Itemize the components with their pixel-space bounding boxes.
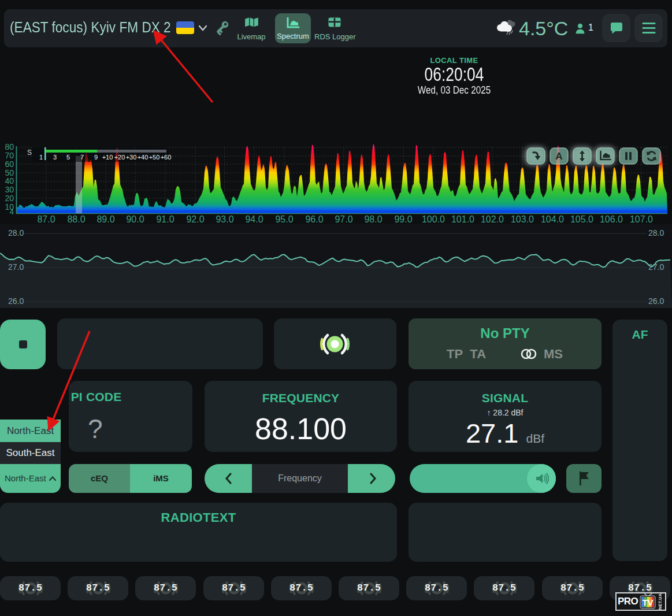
svg-text:+40: +40 bbox=[138, 154, 148, 161]
svg-text:89.0: 89.0 bbox=[96, 214, 114, 224]
svg-text:101.0: 101.0 bbox=[451, 214, 474, 224]
svg-text:98.0: 98.0 bbox=[364, 214, 382, 224]
svg-text:3: 3 bbox=[53, 154, 57, 161]
svg-text:87.0: 87.0 bbox=[37, 214, 55, 224]
svg-text:+60: +60 bbox=[161, 154, 172, 161]
svg-text:100.0: 100.0 bbox=[422, 214, 445, 224]
svg-text:91.0: 91.0 bbox=[156, 214, 174, 224]
svg-text:+10: +10 bbox=[102, 154, 113, 161]
svg-text:94.0: 94.0 bbox=[245, 214, 263, 224]
svg-text:99.0: 99.0 bbox=[394, 214, 412, 224]
svg-text:103.0: 103.0 bbox=[511, 214, 534, 224]
svg-text:92.0: 92.0 bbox=[186, 214, 204, 224]
svg-text:20: 20 bbox=[5, 194, 14, 203]
svg-text:97.0: 97.0 bbox=[335, 214, 352, 224]
svg-text:80: 80 bbox=[5, 142, 14, 151]
svg-text:27.0: 27.0 bbox=[648, 262, 664, 272]
svg-text:93.0: 93.0 bbox=[216, 214, 233, 224]
svg-text:106.0: 106.0 bbox=[600, 214, 623, 224]
svg-text:26.0: 26.0 bbox=[8, 296, 24, 306]
svg-text:26.0: 26.0 bbox=[648, 296, 664, 306]
svg-text:4: 4 bbox=[10, 207, 14, 216]
svg-text:+20: +20 bbox=[114, 154, 125, 161]
svg-text:40: 40 bbox=[5, 176, 14, 185]
svg-text:A: A bbox=[555, 151, 562, 162]
svg-text:90.0: 90.0 bbox=[126, 214, 144, 224]
svg-text:S: S bbox=[27, 149, 32, 157]
svg-text:1: 1 bbox=[39, 154, 43, 161]
svg-text:60: 60 bbox=[5, 159, 14, 169]
svg-text:7: 7 bbox=[80, 154, 84, 161]
svg-text:88.0: 88.0 bbox=[67, 214, 85, 224]
svg-text:107.0: 107.0 bbox=[630, 214, 653, 224]
svg-text:27.0: 27.0 bbox=[8, 262, 24, 272]
svg-text:28.0: 28.0 bbox=[8, 228, 24, 238]
svg-text:9: 9 bbox=[94, 154, 98, 161]
svg-text:102.0: 102.0 bbox=[481, 214, 504, 224]
svg-text:30: 30 bbox=[5, 185, 14, 194]
svg-text:104.0: 104.0 bbox=[541, 214, 564, 224]
svg-text:95.0: 95.0 bbox=[275, 214, 293, 224]
svg-text:70: 70 bbox=[5, 151, 14, 160]
svg-text:96.0: 96.0 bbox=[305, 214, 323, 224]
svg-text:TV: TV bbox=[642, 598, 653, 607]
svg-text:28.0: 28.0 bbox=[648, 228, 664, 238]
svg-text:105.0: 105.0 bbox=[570, 214, 593, 224]
svg-text:+30: +30 bbox=[126, 154, 137, 161]
svg-text:+50: +50 bbox=[149, 154, 160, 161]
svg-text:5: 5 bbox=[66, 154, 70, 161]
